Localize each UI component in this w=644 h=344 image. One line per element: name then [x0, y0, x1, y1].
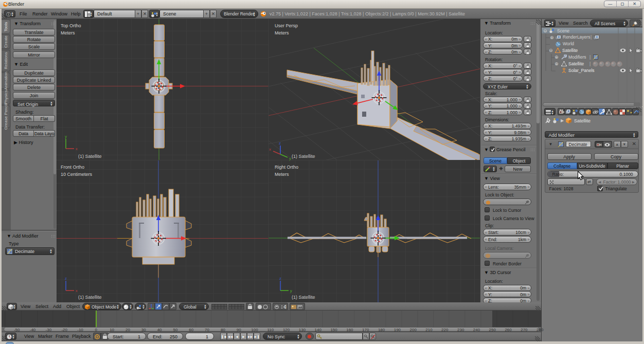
- svg-text:(1) Satellite: (1) Satellite: [292, 154, 315, 159]
- svg-text:Top Ortho: Top Ortho: [61, 23, 81, 28]
- svg-text:Front Ortho: Front Ortho: [61, 165, 84, 170]
- svg-text:x: x: [76, 288, 78, 293]
- svg-text:Meters: Meters: [61, 30, 75, 35]
- svg-text:(1) Satellite: (1) Satellite: [292, 295, 315, 300]
- svg-text:y: y: [290, 288, 292, 293]
- svg-text:(1) Satellite: (1) Satellite: [78, 154, 102, 159]
- svg-text:x: x: [76, 147, 78, 151]
- svg-text:z: z: [279, 141, 281, 146]
- svg-text:z: z: [65, 276, 67, 281]
- svg-text:10 Centimeters: 10 Centimeters: [61, 172, 93, 177]
- svg-text:x: x: [269, 147, 271, 152]
- svg-text:Meters: Meters: [275, 172, 289, 177]
- svg-text:(1) Satellite: (1) Satellite: [78, 295, 102, 300]
- svg-text:Meters: Meters: [275, 30, 289, 35]
- svg-text:User Persp: User Persp: [275, 23, 298, 28]
- svg-text:z: z: [279, 276, 281, 281]
- svg-text:y: y: [65, 134, 67, 139]
- svg-text:Right Ortho: Right Ortho: [275, 165, 298, 170]
